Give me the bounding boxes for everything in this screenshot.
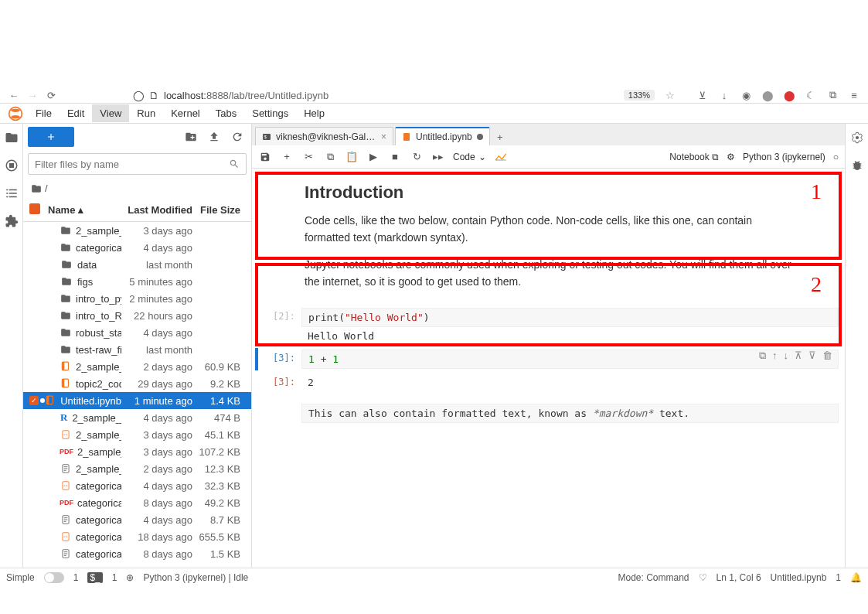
file-row[interactable]: test-raw_fileslast month: [23, 341, 251, 358]
toc-icon[interactable]: [4, 186, 19, 201]
file-row[interactable]: topic2_codes.…29 days ago9.2 KB: [23, 375, 251, 392]
menu-help[interactable]: Help: [296, 104, 332, 122]
url-bar[interactable]: ◯ 🗋 localhost:8888/lab/tree/Untitled.ipy…: [133, 90, 618, 101]
restart-icon[interactable]: ↻: [410, 150, 424, 164]
add-tab-button[interactable]: +: [492, 128, 509, 145]
file-row[interactable]: datalast month: [23, 256, 251, 273]
file-row[interactable]: 2_sample_tes…2 days ago12.3 KB: [23, 460, 251, 477]
code-cell[interactable]: [2]: print("Hello World") Hello World: [258, 306, 839, 346]
file-row[interactable]: 2_sample_tes…2 days ago60.9 KB: [23, 358, 251, 375]
reload-icon[interactable]: ⟳: [45, 89, 57, 101]
header-size[interactable]: File Size: [192, 204, 245, 216]
filter-field[interactable]: [35, 159, 229, 170]
header-modified[interactable]: Last Modified: [121, 204, 192, 216]
code-input[interactable]: 1 + 1: [301, 350, 839, 369]
menu-run[interactable]: Run: [129, 104, 163, 122]
trust-icon[interactable]: ♡: [699, 572, 707, 583]
restart-run-icon[interactable]: ▸▸: [431, 150, 445, 164]
ext3-icon[interactable]: ☾: [805, 89, 817, 101]
save-icon[interactable]: [258, 150, 272, 164]
code-input[interactable]: print("Hello World"): [301, 308, 839, 327]
stop-icon[interactable]: ■: [388, 150, 402, 164]
cursor-position[interactable]: Ln 1, Col 6: [717, 572, 761, 583]
markdown-input[interactable]: This can also contain formatted text, kn…: [301, 404, 839, 423]
forward-icon[interactable]: →: [26, 89, 39, 101]
duplicate-icon[interactable]: ⧉: [759, 350, 766, 362]
close-icon[interactable]: ×: [381, 131, 386, 142]
filter-input[interactable]: [28, 153, 247, 175]
prompt-empty: [258, 404, 301, 423]
back-icon[interactable]: ←: [8, 89, 20, 101]
markdown-raw-cell[interactable]: This can also contain formatted text, kn…: [258, 402, 839, 425]
terminal-status-icon[interactable]: $_: [87, 572, 102, 583]
file-row[interactable]: PDFcategorical_d…8 days ago49.2 KB: [23, 494, 251, 511]
file-row[interactable]: <>categorical.html18 days ago655.5 KB: [23, 528, 251, 545]
ext2-icon[interactable]: ⬤: [783, 89, 795, 101]
copy-icon[interactable]: ⧉: [323, 150, 337, 164]
header-name[interactable]: Name ▴: [45, 204, 121, 216]
refresh-icon[interactable]: [228, 128, 247, 146]
file-row[interactable]: categorical_d…4 days ago8.7 KB: [23, 511, 251, 528]
upload-icon[interactable]: [205, 128, 223, 146]
open-notebook-link[interactable]: Notebook ⧉: [669, 152, 719, 162]
debugger-icon[interactable]: [849, 158, 865, 173]
file-row[interactable]: ✓Untitled.ipynb1 minute ago1.4 KB: [23, 392, 251, 409]
kernel-name[interactable]: Python 3 (ipykernel): [743, 152, 825, 162]
file-row[interactable]: categorical.Rmd8 days ago1.5 KB: [23, 545, 251, 562]
code-cell-active[interactable]: [3]: 1 + 1 ⧉ ↑ ↓ ⊼ ⊽ 🗑: [258, 348, 839, 370]
tab-terminal[interactable]: $ viknesh@viknesh-Galago-Pro ×: [255, 127, 393, 145]
celltype-select[interactable]: Code ⌄: [453, 152, 486, 162]
file-row[interactable]: figs5 minutes ago: [23, 273, 251, 290]
file-row[interactable]: PDF2_sample_tes…3 days ago107.2 KB: [23, 443, 251, 460]
file-row[interactable]: intro_to_pyth…2 minutes ago: [23, 290, 251, 307]
pocket-icon[interactable]: ⊻: [696, 89, 709, 101]
jupyter-logo-icon[interactable]: [8, 106, 23, 121]
markdown-cell[interactable]: Introduction Code cells, like the two be…: [258, 179, 839, 303]
prompt-in: [2]:: [258, 308, 301, 345]
run-icon[interactable]: ▶: [366, 150, 380, 164]
account-icon[interactable]: ◉: [740, 89, 752, 101]
menu-tabs[interactable]: Tabs: [208, 104, 244, 122]
file-row[interactable]: R2_sample_hel…4 days ago474 B: [23, 409, 251, 426]
new-launcher-button[interactable]: [28, 127, 74, 147]
insert-above-icon[interactable]: ⊼: [795, 350, 802, 362]
file-row[interactable]: <>2_sample_tes…3 days ago45.1 KB: [23, 426, 251, 443]
bookmark-icon[interactable]: ☆: [665, 90, 675, 101]
menu-settings[interactable]: Settings: [244, 104, 296, 122]
paste-icon[interactable]: 📋: [345, 150, 359, 164]
menu-view[interactable]: View: [92, 104, 129, 122]
file-row[interactable]: 2_sample_tes…3 days ago: [23, 222, 251, 239]
file-row[interactable]: intro_to_R_files22 hours ago: [23, 307, 251, 324]
menu-file[interactable]: File: [28, 104, 60, 122]
property-inspector-icon[interactable]: [849, 130, 865, 145]
file-row[interactable]: robust_statist…4 days ago: [23, 324, 251, 341]
file-row[interactable]: <>categorical_d…4 days ago32.3 KB: [23, 477, 251, 494]
render-icon[interactable]: [494, 150, 508, 164]
move-down-icon[interactable]: ↓: [784, 350, 789, 362]
simple-toggle[interactable]: [44, 572, 64, 583]
running-icon[interactable]: [4, 158, 19, 173]
ext1-icon[interactable]: ⬤: [761, 89, 774, 101]
file-row[interactable]: categorical_d…4 days ago: [23, 239, 251, 256]
delete-icon[interactable]: 🗑: [822, 350, 832, 362]
svg-rect-4: [9, 164, 13, 168]
new-folder-icon[interactable]: [182, 128, 200, 146]
menu-kernel[interactable]: Kernel: [163, 104, 208, 122]
ext4-icon[interactable]: ⧉: [826, 89, 839, 101]
extensions-icon[interactable]: [4, 213, 19, 229]
zoom-badge[interactable]: 133%: [624, 90, 655, 101]
select-all-icon[interactable]: [29, 203, 40, 214]
tab-notebook[interactable]: Untitled.ipynb: [395, 127, 490, 145]
cut-icon[interactable]: ✂: [301, 150, 315, 164]
menu-icon[interactable]: ≡: [848, 89, 860, 101]
kernel-settings-icon[interactable]: ⚙: [727, 152, 735, 162]
notification-icon[interactable]: 🔔: [850, 572, 862, 583]
breadcrumb[interactable]: /: [23, 178, 251, 199]
download-icon[interactable]: ↓: [718, 89, 730, 101]
menu-edit[interactable]: Edit: [60, 104, 92, 122]
move-up-icon[interactable]: ↑: [772, 350, 778, 362]
kernel-status[interactable]: Python 3 (ipykernel) | Idle: [143, 572, 248, 583]
folder-icon[interactable]: [4, 130, 19, 145]
insert-below-icon[interactable]: ⊽: [808, 350, 816, 362]
add-cell-icon[interactable]: +: [280, 150, 294, 164]
